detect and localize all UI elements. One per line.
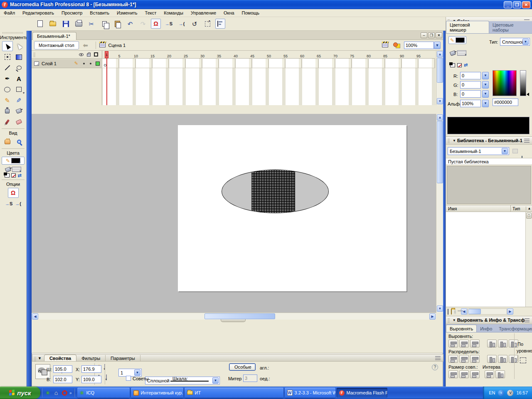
new-folder-icon[interactable]: [451, 309, 452, 314]
selected-fill-region[interactable]: [251, 170, 295, 213]
edit-scene-icon[interactable]: [382, 43, 388, 47]
tab-properties[interactable]: Свойства: [44, 355, 76, 361]
panel-menu-icon[interactable]: [524, 138, 530, 143]
menu-item[interactable]: Редактировать: [19, 10, 58, 16]
text-tool[interactable]: A: [14, 74, 25, 84]
ellipse-shape[interactable]: [222, 170, 329, 213]
swap-colors-button[interactable]: ⇄: [464, 63, 468, 67]
layer-outline-color[interactable]: [96, 62, 100, 66]
task-it-folder[interactable]: ИТ: [185, 388, 283, 398]
height-input[interactable]: 102.0: [53, 376, 72, 383]
rotate-icon[interactable]: ↺: [190, 19, 200, 29]
no-color-button[interactable]: [457, 63, 462, 67]
minimize-button[interactable]: _: [504, 1, 512, 8]
lasso-tool[interactable]: [14, 63, 25, 73]
quicklaunch-opera-icon[interactable]: [61, 389, 68, 397]
panel-grip[interactable]: [2, 32, 24, 34]
brightness-slider-arrow[interactable]: [527, 93, 529, 96]
align-right-button[interactable]: [470, 340, 480, 347]
menu-item[interactable]: Помощь: [238, 10, 264, 16]
b-input[interactable]: 0: [460, 90, 481, 98]
stage-vertical-scrollbar[interactable]: ▲ ▼: [436, 114, 443, 313]
black-white-button[interactable]: [450, 63, 455, 67]
distribute-top-button[interactable]: [448, 355, 458, 363]
library-column-name[interactable]: Имя: [446, 206, 510, 211]
line-tool[interactable]: [2, 63, 13, 73]
item-properties-icon[interactable]: i: [454, 309, 456, 314]
collapse-triangle-icon[interactable]: ▼: [453, 318, 456, 322]
swap-colors-button[interactable]: ⇄: [17, 173, 21, 178]
outline-all-icon[interactable]: [94, 52, 98, 57]
black-white-button[interactable]: [5, 173, 10, 177]
y-input[interactable]: 109.0: [81, 376, 101, 383]
ink-bottle-tool[interactable]: [2, 106, 13, 116]
tab-parameters[interactable]: Параметры: [106, 355, 140, 361]
r-spinner[interactable]: ▼: [482, 72, 489, 79]
cut-icon[interactable]: ✂: [86, 19, 96, 29]
stage[interactable]: [178, 125, 406, 291]
layer-name[interactable]: Слой 1: [42, 61, 74, 66]
subselection-tool[interactable]: [14, 41, 25, 51]
new-document-icon[interactable]: [35, 19, 45, 29]
clock[interactable]: 16:57: [516, 390, 528, 395]
smooth-icon[interactable]: →S: [164, 19, 174, 29]
timeline-ruler[interactable]: 5101520253035404550556065707580859095: [103, 51, 435, 59]
back-arrow-icon[interactable]: ⬅: [83, 42, 88, 49]
layer-row[interactable]: Слой 1 ✎: [32, 59, 102, 68]
pen-tool[interactable]: ✒: [2, 74, 13, 84]
align-icon[interactable]: [215, 19, 225, 29]
selection-tool[interactable]: [2, 41, 13, 51]
snap-to-objects-icon[interactable]: Ω: [151, 19, 161, 29]
library-scroll-right-button[interactable]: ▶: [507, 308, 513, 315]
layer-visible-dot[interactable]: [83, 63, 85, 64]
fill-type-select[interactable]: Сплошной▼: [500, 38, 530, 46]
tab-info[interactable]: Инфо: [477, 325, 495, 332]
library-column-type[interactable]: Тип: [511, 206, 526, 211]
document-close-button[interactable]: ✕: [436, 32, 442, 38]
tray-messenger-icon[interactable]: ‹: [498, 390, 504, 396]
free-transform-tool[interactable]: [2, 52, 13, 62]
help-button[interactable]: ?: [432, 364, 438, 370]
tab-filters[interactable]: Фильтры: [76, 355, 106, 361]
x-input[interactable]: 176.9: [81, 365, 101, 373]
document-restore-button[interactable]: ❐: [428, 32, 435, 38]
custom-stroke-button[interactable]: Особые: [229, 363, 256, 371]
smooth-option-button[interactable]: →S: [5, 201, 12, 206]
space-evenly-h-button[interactable]: [495, 370, 505, 378]
hand-tool[interactable]: [2, 137, 13, 147]
width-input[interactable]: 105.0: [53, 365, 72, 373]
menu-item[interactable]: Просмотр: [58, 10, 86, 16]
g-spinner[interactable]: ▼: [482, 81, 489, 89]
close-button[interactable]: ✕: [522, 1, 530, 8]
brush-tool[interactable]: ✎: [14, 95, 25, 105]
zoom-level-input[interactable]: 100%: [404, 42, 434, 49]
stage-horizontal-scrollbar[interactable]: ◀ ▶: [32, 313, 436, 320]
menu-item[interactable]: Окна: [220, 10, 238, 16]
g-input[interactable]: 0: [460, 81, 481, 89]
timeline-grip[interactable]: [33, 52, 35, 57]
r-input[interactable]: 0: [460, 72, 481, 79]
snap-option-button[interactable]: Ω: [8, 188, 19, 198]
space-evenly-v-button[interactable]: [485, 370, 494, 378]
eraser-tool[interactable]: [14, 117, 25, 127]
align-panel-header[interactable]: ▼ Выровнять & Инфо & Трансф...: [446, 316, 532, 324]
menu-item[interactable]: Вставить: [86, 10, 113, 16]
pencil-tool[interactable]: ✎: [2, 95, 13, 105]
menu-item[interactable]: Файл: [0, 10, 19, 16]
to-stage-button[interactable]: [517, 355, 518, 361]
match-width-button[interactable]: [448, 370, 458, 378]
distribute-left-button[interactable]: [487, 355, 497, 363]
zoom-dropdown-arrow[interactable]: ▼: [434, 42, 441, 49]
timeline-frames[interactable]: 5101520253035404550556065707580859095 1: [103, 51, 435, 105]
match-height-button[interactable]: [459, 370, 469, 378]
scene-name[interactable]: Сцена 1: [108, 43, 126, 48]
language-indicator[interactable]: EN: [489, 390, 495, 395]
no-color-button[interactable]: [11, 173, 16, 177]
tab-transform[interactable]: Трансформация: [495, 325, 532, 332]
layer-frames-row[interactable]: [103, 59, 435, 68]
menu-item[interactable]: Команды: [160, 10, 187, 16]
align-center-h-button[interactable]: [459, 340, 469, 347]
copy-icon[interactable]: [99, 19, 109, 29]
panel-menu-icon[interactable]: [525, 318, 530, 322]
quicklaunch-icq-icon[interactable]: ✳: [44, 389, 52, 397]
